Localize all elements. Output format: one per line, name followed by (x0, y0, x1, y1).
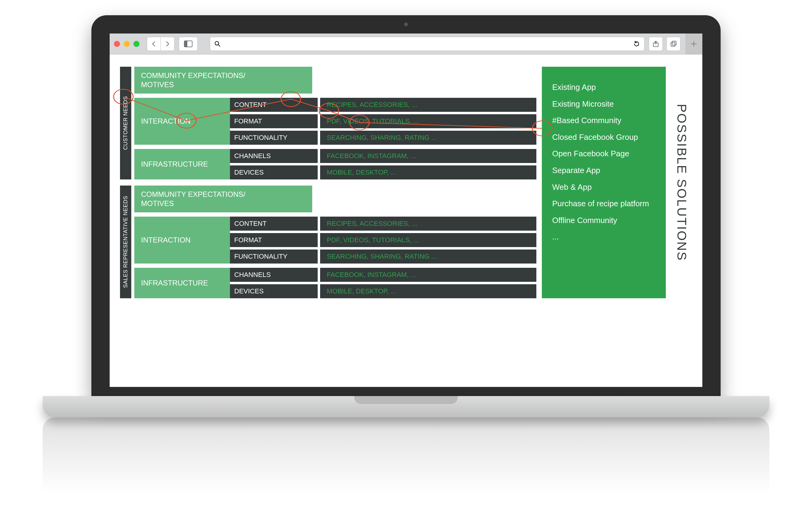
laptop-mockup: CUSTOMER NEEDSCOMMUNITY EXPECTATIONS/MOT… (91, 15, 721, 472)
svg-line-3 (219, 45, 220, 46)
row-label: CONTENT (230, 217, 320, 231)
solution-item: Open Facebook Page (552, 145, 656, 162)
search-icon (214, 41, 221, 47)
url-input[interactable] (224, 40, 630, 48)
row-label: DEVICES (230, 284, 320, 298)
data-row: FORMATPDF, VIDEOS, TUTORIALS, ... (230, 114, 536, 128)
svg-rect-5 (671, 42, 675, 46)
solution-item: Existing App (552, 79, 656, 96)
solution-item: Web & App (552, 179, 656, 196)
group-title: INFRASTRUCTURE (134, 149, 230, 179)
community-title: COMMUNITY EXPECTATIONS/MOTIVES (134, 186, 312, 213)
row-value: PDF, VIDEOS, TUTORIALS, ... (320, 233, 536, 247)
data-row: FUNCTIONALITYSEARCHING, SHARING, RATING … (230, 250, 536, 263)
sidebar-toggle-button[interactable] (179, 37, 198, 51)
data-row: DEVICESMOBILE, DESKTOP, ... (230, 284, 536, 298)
row-value: PDF, VIDEOS, TUTORIALS, ... (320, 114, 536, 128)
data-row: CHANNELSFACEBOOK, INSTAGRAM, ... (230, 149, 536, 163)
solution-item: Offline Community (552, 212, 656, 229)
laptop-bezel: CUSTOMER NEEDSCOMMUNITY EXPECTATIONS/MOT… (91, 15, 721, 399)
data-row: DEVICESMOBILE, DESKTOP, ... (230, 165, 536, 179)
row-label: FUNCTIONALITY (230, 131, 320, 145)
solution-item: Existing Microsite (552, 96, 656, 112)
share-button[interactable] (649, 37, 663, 51)
group-rows: CHANNELSFACEBOOK, INSTAGRAM, ...DEVICESM… (230, 149, 536, 179)
group-title: INTERACTION (134, 98, 230, 145)
row-label: CHANNELS (230, 149, 320, 163)
row-value: MOBILE, DESKTOP, ... (320, 165, 536, 179)
data-row: CONTENTRECIPES, ACCESSORIES, ... (230, 217, 536, 231)
section-vlabel: CUSTOMER NEEDS (120, 67, 131, 179)
possible-solutions-title: POSSIBLE SOLUTIONS (671, 67, 692, 298)
section-vlabel: SALES REPRESENTATIVE NEEDS (120, 186, 131, 298)
row-label: CHANNELS (230, 268, 320, 282)
laptop-screen: CUSTOMER NEEDSCOMMUNITY EXPECTATIONS/MOT… (110, 33, 702, 387)
row-value: SEARCHING, SHARING, RATING ... (320, 131, 536, 145)
row-label: CONTENT (230, 98, 320, 112)
row-label: FORMAT (230, 233, 320, 247)
row-value: SEARCHING, SHARING, RATING ... (320, 250, 536, 263)
page-content: CUSTOMER NEEDSCOMMUNITY EXPECTATIONS/MOT… (110, 55, 702, 310)
forward-button[interactable] (161, 37, 175, 51)
row-value: RECIPES, ACCESSORIES, ... (320, 98, 536, 112)
data-row: FORMATPDF, VIDEOS, TUTORIALS, ... (230, 233, 536, 247)
group-row: INFRASTRUCTURECHANNELSFACEBOOK, INSTAGRA… (134, 268, 536, 298)
community-title: COMMUNITY EXPECTATIONS/MOTIVES (134, 67, 312, 93)
data-row: CHANNELSFACEBOOK, INSTAGRAM, ... (230, 268, 536, 282)
browser-toolbar (110, 33, 702, 55)
new-tab-button[interactable] (685, 33, 702, 54)
laptop-notch (354, 396, 458, 404)
solution-item: #Based Community (552, 112, 656, 129)
row-value: MOBILE, DESKTOP, ... (320, 284, 536, 298)
laptop-reflection (42, 417, 770, 493)
data-row: CONTENTRECIPES, ACCESSORIES, ... (230, 98, 536, 112)
nav-button-group (147, 37, 175, 51)
svg-rect-1 (184, 41, 187, 47)
window-controls (114, 41, 140, 47)
data-row: FUNCTIONALITYSEARCHING, SHARING, RATING … (230, 131, 536, 145)
row-label: FUNCTIONALITY (230, 250, 320, 263)
close-window-button[interactable] (114, 41, 120, 47)
address-bar[interactable] (210, 37, 644, 51)
row-value: FACEBOOK, INSTAGRAM, ... (320, 268, 536, 282)
svg-point-2 (215, 41, 219, 45)
laptop-base (42, 396, 770, 417)
group-row: INTERACTIONCONTENTRECIPES, ACCESSORIES, … (134, 217, 536, 263)
back-button[interactable] (147, 37, 161, 51)
svg-rect-6 (672, 41, 676, 45)
group-rows: CONTENTRECIPES, ACCESSORIES, ...FORMATPD… (230, 98, 536, 145)
tabs-button[interactable] (666, 37, 680, 51)
section-block: SALES REPRESENTATIVE NEEDSCOMMUNITY EXPE… (120, 186, 536, 298)
reload-icon[interactable] (633, 40, 640, 47)
solution-item: ... (552, 228, 656, 245)
group-row: INTERACTIONCONTENTRECIPES, ACCESSORIES, … (134, 98, 536, 145)
group-title: INTERACTION (134, 217, 230, 263)
row-value: RECIPES, ACCESSORIES, ... (320, 217, 536, 231)
toolbar-right (649, 37, 698, 51)
group-row: INFRASTRUCTURECHANNELSFACEBOOK, INSTAGRA… (134, 149, 536, 179)
solution-item: Closed Facebook Group (552, 129, 656, 146)
section-groups: COMMUNITY EXPECTATIONS/MOTIVESINTERACTIO… (134, 186, 536, 298)
solution-item: Separate App (552, 162, 656, 179)
section-groups: COMMUNITY EXPECTATIONS/MOTIVESINTERACTIO… (134, 67, 536, 179)
row-value: FACEBOOK, INSTAGRAM, ... (320, 149, 536, 163)
section-block: CUSTOMER NEEDSCOMMUNITY EXPECTATIONS/MOT… (120, 67, 536, 179)
group-rows: CHANNELSFACEBOOK, INSTAGRAM, ...DEVICESM… (230, 268, 536, 298)
group-rows: CONTENTRECIPES, ACCESSORIES, ...FORMATPD… (230, 217, 536, 263)
sections-column: CUSTOMER NEEDSCOMMUNITY EXPECTATIONS/MOT… (120, 67, 536, 298)
row-label: FORMAT (230, 114, 320, 128)
solution-item: Purchase of recipe platform (552, 195, 656, 212)
group-title: INFRASTRUCTURE (134, 268, 230, 298)
possible-solutions-panel: Existing AppExisting Microsite#Based Com… (542, 67, 666, 298)
laptop-camera-icon (404, 23, 408, 26)
row-label: DEVICES (230, 165, 320, 179)
zoom-window-button[interactable] (134, 41, 140, 47)
minimize-window-button[interactable] (124, 41, 130, 47)
